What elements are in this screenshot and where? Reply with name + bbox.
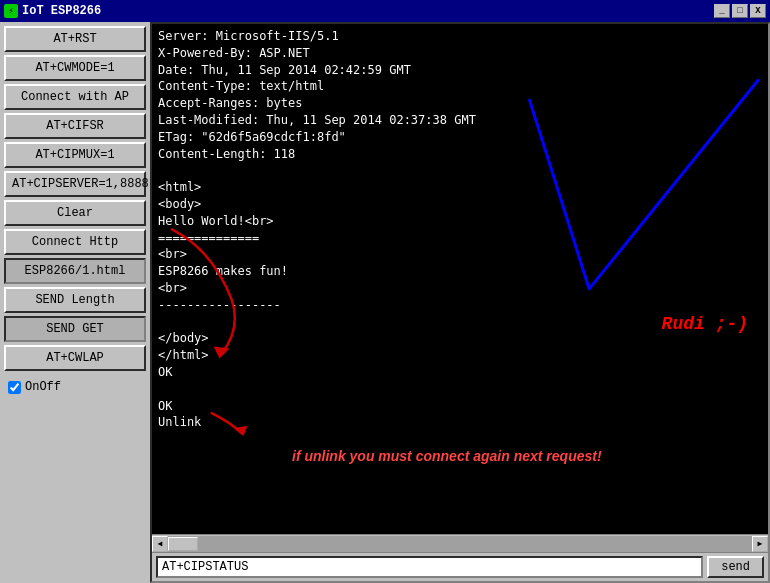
btn-at-cifsr[interactable]: AT+CIFSR	[4, 113, 146, 139]
horizontal-scrollbar: ◀ ▶	[152, 534, 768, 552]
title-bar-buttons: _ □ X	[714, 4, 766, 18]
btn-at-rst[interactable]: AT+RST	[4, 26, 146, 52]
scroll-left-btn[interactable]: ◀	[152, 536, 168, 552]
onoff-checkbox[interactable]	[8, 381, 21, 394]
btn-connect-ap[interactable]: Connect with AP	[4, 84, 146, 110]
window-title: IoT ESP8266	[22, 4, 101, 18]
send-button[interactable]: send	[707, 556, 764, 578]
content-area: Server: Microsoft-IIS/5.1 X-Powered-By: …	[150, 22, 770, 583]
btn-clear[interactable]: Clear	[4, 200, 146, 226]
maximize-button[interactable]: □	[732, 4, 748, 18]
btn-send-get[interactable]: SEND GET	[4, 316, 146, 342]
main-container: AT+RST AT+CWMODE=1 Connect with AP AT+CI…	[0, 22, 770, 583]
rudi-annotation: Rudi ;-)	[662, 314, 748, 334]
minimize-button[interactable]: _	[714, 4, 730, 18]
app-icon: ⚡	[4, 4, 18, 18]
sidebar: AT+RST AT+CWMODE=1 Connect with AP AT+CI…	[0, 22, 150, 583]
btn-at-cipserver[interactable]: AT+CIPSERVER=1,8888	[4, 171, 146, 197]
btn-at-cipmux[interactable]: AT+CIPMUX=1	[4, 142, 146, 168]
unlink-annotation: if unlink you must connect again next re…	[292, 448, 602, 464]
title-bar-left: ⚡ IoT ESP8266	[4, 4, 101, 18]
btn-send-length[interactable]: SEND Length	[4, 287, 146, 313]
close-button[interactable]: X	[750, 4, 766, 18]
onoff-label: OnOff	[25, 380, 61, 394]
bottom-area: ◀ ▶ send	[152, 534, 768, 581]
scroll-thumb[interactable]	[168, 537, 198, 551]
btn-connect-http[interactable]: Connect Http	[4, 229, 146, 255]
command-input[interactable]	[156, 556, 703, 578]
scroll-right-btn[interactable]: ▶	[752, 536, 768, 552]
terminal: Server: Microsoft-IIS/5.1 X-Powered-By: …	[152, 24, 768, 534]
scroll-track[interactable]	[168, 536, 752, 552]
btn-at-cwmode[interactable]: AT+CWMODE=1	[4, 55, 146, 81]
btn-esp-html[interactable]: ESP8266/1.html	[4, 258, 146, 284]
terminal-content: Server: Microsoft-IIS/5.1 X-Powered-By: …	[158, 28, 762, 431]
title-bar: ⚡ IoT ESP8266 _ □ X	[0, 0, 770, 22]
input-row: send	[152, 552, 768, 581]
btn-at-cwlap[interactable]: AT+CWLAP	[4, 345, 146, 371]
onoff-row: OnOff	[4, 378, 146, 396]
